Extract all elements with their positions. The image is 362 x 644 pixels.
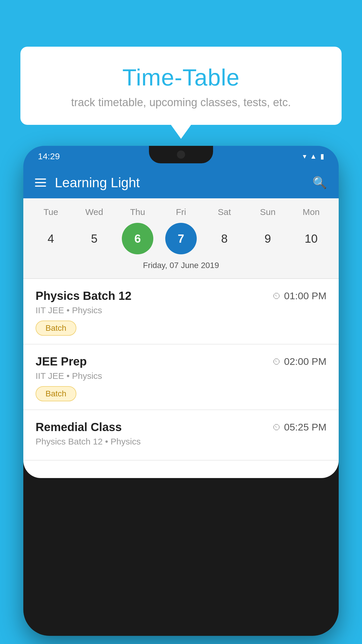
status-icons: ▾ ▲ ▮ <box>303 152 324 160</box>
schedule-item-1-header: Physics Batch 12 ⏲ 01:00 PM <box>36 289 326 302</box>
date-10[interactable]: 10 <box>295 223 327 254</box>
batch-badge-1: Batch <box>36 321 76 336</box>
schedule-time-2: ⏲ 02:00 PM <box>272 356 326 367</box>
date-9[interactable]: 9 <box>252 223 284 254</box>
schedule-title-1: Physics Batch 12 <box>36 289 131 302</box>
schedule-item-3[interactable]: Remedial Class ⏲ 05:25 PM Physics Batch … <box>23 410 339 461</box>
schedule-title-2: JEE Prep <box>36 355 87 368</box>
phone-camera <box>177 150 185 159</box>
day-fri[interactable]: Fri <box>162 207 200 217</box>
schedule-subtitle-3: Physics Batch 12 • Physics <box>36 437 326 447</box>
day-sat[interactable]: Sat <box>205 207 243 217</box>
search-icon[interactable]: 🔍 <box>312 176 327 190</box>
battery-icon: ▮ <box>320 152 324 160</box>
day-tue[interactable]: Tue <box>32 207 70 217</box>
schedule-list: Physics Batch 12 ⏲ 01:00 PM IIT JEE • Ph… <box>23 279 339 461</box>
signal-icon: ▲ <box>310 152 317 160</box>
schedule-item-1[interactable]: Physics Batch 12 ⏲ 01:00 PM IIT JEE • Ph… <box>23 279 339 344</box>
date-5[interactable]: 5 <box>78 223 110 254</box>
days-header: Tue Wed Thu Fri Sat Sun Mon <box>23 204 339 220</box>
schedule-time-1: ⏲ 01:00 PM <box>272 290 326 302</box>
schedule-subtitle-1: IIT JEE • Physics <box>36 305 326 315</box>
day-wed[interactable]: Wed <box>75 207 113 217</box>
phone-container: 14:29 ▾ ▲ ▮ Learning Light 🔍 Tue Wed Thu <box>23 146 339 644</box>
batch-badge-2: Batch <box>36 386 76 401</box>
phone-bottom <box>23 461 339 478</box>
schedule-title-3: Remedial Class <box>36 421 122 434</box>
date-6-today[interactable]: 6 <box>122 223 153 254</box>
day-sun[interactable]: Sun <box>249 207 287 217</box>
hamburger-menu-icon[interactable] <box>35 178 46 187</box>
bubble-title: Time-Table <box>32 64 330 91</box>
time-value-1: 01:00 PM <box>284 290 326 302</box>
calendar-strip: Tue Wed Thu Fri Sat Sun Mon 4 5 6 7 8 9 … <box>23 198 339 278</box>
schedule-item-2[interactable]: JEE Prep ⏲ 02:00 PM IIT JEE • Physics Ba… <box>23 344 339 410</box>
selected-date-label: Friday, 07 June 2019 <box>23 259 339 275</box>
date-7-selected[interactable]: 7 <box>165 223 197 254</box>
time-value-2: 02:00 PM <box>284 356 326 367</box>
schedule-item-2-header: JEE Prep ⏲ 02:00 PM <box>36 355 326 368</box>
app-bar: Learning Light 🔍 <box>23 167 339 198</box>
date-4[interactable]: 4 <box>35 223 66 254</box>
schedule-time-3: ⏲ 05:25 PM <box>272 421 326 433</box>
clock-icon-2: ⏲ <box>272 357 281 367</box>
speech-bubble-container: Time-Table track timetable, upcoming cla… <box>20 47 342 125</box>
time-value-3: 05:25 PM <box>284 421 326 433</box>
dates-row: 4 5 6 7 8 9 10 <box>23 220 339 259</box>
wifi-icon: ▾ <box>303 152 306 160</box>
date-8[interactable]: 8 <box>209 223 240 254</box>
schedule-subtitle-2: IIT JEE • Physics <box>36 371 326 381</box>
bubble-subtitle: track timetable, upcoming classes, tests… <box>32 96 330 109</box>
speech-bubble: Time-Table track timetable, upcoming cla… <box>20 47 342 125</box>
clock-icon-3: ⏲ <box>272 422 281 432</box>
schedule-item-3-header: Remedial Class ⏲ 05:25 PM <box>36 421 326 434</box>
day-thu[interactable]: Thu <box>119 207 157 217</box>
phone-frame: 14:29 ▾ ▲ ▮ Learning Light 🔍 Tue Wed Thu <box>23 146 339 636</box>
phone-notch <box>149 146 213 163</box>
status-time: 14:29 <box>38 151 60 161</box>
app-title: Learning Light <box>55 175 312 190</box>
day-mon[interactable]: Mon <box>292 207 330 217</box>
clock-icon-1: ⏲ <box>272 291 281 301</box>
